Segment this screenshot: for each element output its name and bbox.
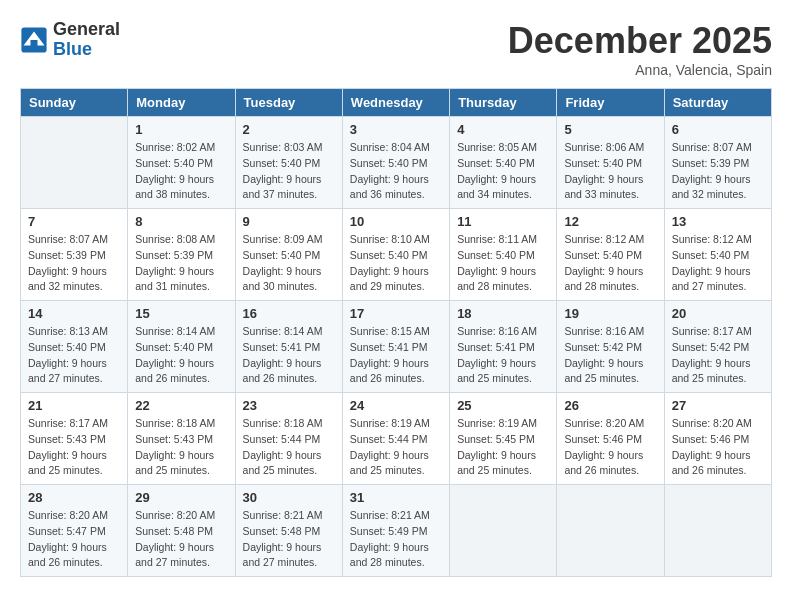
calendar-cell: 21Sunrise: 8:17 AMSunset: 5:43 PMDayligh… <box>21 393 128 485</box>
day-number: 23 <box>243 398 335 413</box>
day-number: 18 <box>457 306 549 321</box>
weekday-header-monday: Monday <box>128 89 235 117</box>
calendar-cell: 9Sunrise: 8:09 AMSunset: 5:40 PMDaylight… <box>235 209 342 301</box>
day-info: Sunrise: 8:02 AMSunset: 5:40 PMDaylight:… <box>135 140 227 203</box>
day-number: 14 <box>28 306 120 321</box>
weekday-header-saturday: Saturday <box>664 89 771 117</box>
day-info: Sunrise: 8:16 AMSunset: 5:41 PMDaylight:… <box>457 324 549 387</box>
calendar-cell: 20Sunrise: 8:17 AMSunset: 5:42 PMDayligh… <box>664 301 771 393</box>
day-number: 20 <box>672 306 764 321</box>
day-info: Sunrise: 8:12 AMSunset: 5:40 PMDaylight:… <box>672 232 764 295</box>
day-info: Sunrise: 8:21 AMSunset: 5:49 PMDaylight:… <box>350 508 442 571</box>
day-number: 8 <box>135 214 227 229</box>
weekday-header-wednesday: Wednesday <box>342 89 449 117</box>
calendar-cell: 11Sunrise: 8:11 AMSunset: 5:40 PMDayligh… <box>450 209 557 301</box>
calendar-week-row: 1Sunrise: 8:02 AMSunset: 5:40 PMDaylight… <box>21 117 772 209</box>
day-number: 10 <box>350 214 442 229</box>
calendar-cell: 23Sunrise: 8:18 AMSunset: 5:44 PMDayligh… <box>235 393 342 485</box>
calendar-cell: 27Sunrise: 8:20 AMSunset: 5:46 PMDayligh… <box>664 393 771 485</box>
day-info: Sunrise: 8:13 AMSunset: 5:40 PMDaylight:… <box>28 324 120 387</box>
day-info: Sunrise: 8:20 AMSunset: 5:48 PMDaylight:… <box>135 508 227 571</box>
days-of-week-row: SundayMondayTuesdayWednesdayThursdayFrid… <box>21 89 772 117</box>
calendar-cell <box>557 485 664 577</box>
calendar-week-row: 7Sunrise: 8:07 AMSunset: 5:39 PMDaylight… <box>21 209 772 301</box>
day-info: Sunrise: 8:03 AMSunset: 5:40 PMDaylight:… <box>243 140 335 203</box>
weekday-header-friday: Friday <box>557 89 664 117</box>
calendar-cell: 26Sunrise: 8:20 AMSunset: 5:46 PMDayligh… <box>557 393 664 485</box>
calendar-cell: 3Sunrise: 8:04 AMSunset: 5:40 PMDaylight… <box>342 117 449 209</box>
calendar-cell: 8Sunrise: 8:08 AMSunset: 5:39 PMDaylight… <box>128 209 235 301</box>
calendar-cell: 30Sunrise: 8:21 AMSunset: 5:48 PMDayligh… <box>235 485 342 577</box>
calendar-cell: 24Sunrise: 8:19 AMSunset: 5:44 PMDayligh… <box>342 393 449 485</box>
day-number: 2 <box>243 122 335 137</box>
day-number: 13 <box>672 214 764 229</box>
calendar-cell: 7Sunrise: 8:07 AMSunset: 5:39 PMDaylight… <box>21 209 128 301</box>
calendar-cell: 16Sunrise: 8:14 AMSunset: 5:41 PMDayligh… <box>235 301 342 393</box>
calendar-week-row: 21Sunrise: 8:17 AMSunset: 5:43 PMDayligh… <box>21 393 772 485</box>
calendar-cell: 18Sunrise: 8:16 AMSunset: 5:41 PMDayligh… <box>450 301 557 393</box>
day-info: Sunrise: 8:07 AMSunset: 5:39 PMDaylight:… <box>28 232 120 295</box>
day-number: 1 <box>135 122 227 137</box>
day-number: 11 <box>457 214 549 229</box>
day-number: 7 <box>28 214 120 229</box>
day-number: 29 <box>135 490 227 505</box>
calendar-cell: 25Sunrise: 8:19 AMSunset: 5:45 PMDayligh… <box>450 393 557 485</box>
calendar-cell: 14Sunrise: 8:13 AMSunset: 5:40 PMDayligh… <box>21 301 128 393</box>
weekday-header-tuesday: Tuesday <box>235 89 342 117</box>
day-info: Sunrise: 8:14 AMSunset: 5:41 PMDaylight:… <box>243 324 335 387</box>
calendar-cell: 1Sunrise: 8:02 AMSunset: 5:40 PMDaylight… <box>128 117 235 209</box>
day-number: 6 <box>672 122 764 137</box>
logo-icon <box>20 26 48 54</box>
day-info: Sunrise: 8:19 AMSunset: 5:45 PMDaylight:… <box>457 416 549 479</box>
day-number: 26 <box>564 398 656 413</box>
day-number: 9 <box>243 214 335 229</box>
calendar-cell <box>664 485 771 577</box>
calendar-cell: 17Sunrise: 8:15 AMSunset: 5:41 PMDayligh… <box>342 301 449 393</box>
day-info: Sunrise: 8:07 AMSunset: 5:39 PMDaylight:… <box>672 140 764 203</box>
calendar-cell: 10Sunrise: 8:10 AMSunset: 5:40 PMDayligh… <box>342 209 449 301</box>
calendar-week-row: 28Sunrise: 8:20 AMSunset: 5:47 PMDayligh… <box>21 485 772 577</box>
calendar-cell: 12Sunrise: 8:12 AMSunset: 5:40 PMDayligh… <box>557 209 664 301</box>
logo-general-text: General <box>53 20 120 40</box>
calendar-cell: 22Sunrise: 8:18 AMSunset: 5:43 PMDayligh… <box>128 393 235 485</box>
logo-blue-text: Blue <box>53 40 120 60</box>
day-number: 22 <box>135 398 227 413</box>
calendar-cell: 4Sunrise: 8:05 AMSunset: 5:40 PMDaylight… <box>450 117 557 209</box>
calendar-cell: 19Sunrise: 8:16 AMSunset: 5:42 PMDayligh… <box>557 301 664 393</box>
calendar-cell: 2Sunrise: 8:03 AMSunset: 5:40 PMDaylight… <box>235 117 342 209</box>
day-info: Sunrise: 8:20 AMSunset: 5:47 PMDaylight:… <box>28 508 120 571</box>
logo: General Blue <box>20 20 120 60</box>
day-number: 17 <box>350 306 442 321</box>
day-info: Sunrise: 8:05 AMSunset: 5:40 PMDaylight:… <box>457 140 549 203</box>
title-block: December 2025 Anna, Valencia, Spain <box>508 20 772 78</box>
day-number: 24 <box>350 398 442 413</box>
svg-rect-2 <box>31 40 38 48</box>
day-number: 30 <box>243 490 335 505</box>
day-info: Sunrise: 8:09 AMSunset: 5:40 PMDaylight:… <box>243 232 335 295</box>
weekday-header-sunday: Sunday <box>21 89 128 117</box>
day-number: 19 <box>564 306 656 321</box>
day-info: Sunrise: 8:14 AMSunset: 5:40 PMDaylight:… <box>135 324 227 387</box>
day-info: Sunrise: 8:18 AMSunset: 5:43 PMDaylight:… <box>135 416 227 479</box>
day-info: Sunrise: 8:08 AMSunset: 5:39 PMDaylight:… <box>135 232 227 295</box>
calendar-cell: 31Sunrise: 8:21 AMSunset: 5:49 PMDayligh… <box>342 485 449 577</box>
day-number: 3 <box>350 122 442 137</box>
calendar-table: SundayMondayTuesdayWednesdayThursdayFrid… <box>20 88 772 577</box>
page-header: General Blue December 2025 Anna, Valenci… <box>20 20 772 78</box>
day-info: Sunrise: 8:17 AMSunset: 5:43 PMDaylight:… <box>28 416 120 479</box>
day-info: Sunrise: 8:11 AMSunset: 5:40 PMDaylight:… <box>457 232 549 295</box>
calendar-week-row: 14Sunrise: 8:13 AMSunset: 5:40 PMDayligh… <box>21 301 772 393</box>
day-info: Sunrise: 8:16 AMSunset: 5:42 PMDaylight:… <box>564 324 656 387</box>
calendar-cell <box>21 117 128 209</box>
day-info: Sunrise: 8:04 AMSunset: 5:40 PMDaylight:… <box>350 140 442 203</box>
day-info: Sunrise: 8:19 AMSunset: 5:44 PMDaylight:… <box>350 416 442 479</box>
day-number: 28 <box>28 490 120 505</box>
calendar-cell: 28Sunrise: 8:20 AMSunset: 5:47 PMDayligh… <box>21 485 128 577</box>
day-number: 31 <box>350 490 442 505</box>
day-info: Sunrise: 8:20 AMSunset: 5:46 PMDaylight:… <box>672 416 764 479</box>
day-number: 27 <box>672 398 764 413</box>
day-number: 12 <box>564 214 656 229</box>
day-info: Sunrise: 8:12 AMSunset: 5:40 PMDaylight:… <box>564 232 656 295</box>
day-info: Sunrise: 8:17 AMSunset: 5:42 PMDaylight:… <box>672 324 764 387</box>
logo-text: General Blue <box>53 20 120 60</box>
